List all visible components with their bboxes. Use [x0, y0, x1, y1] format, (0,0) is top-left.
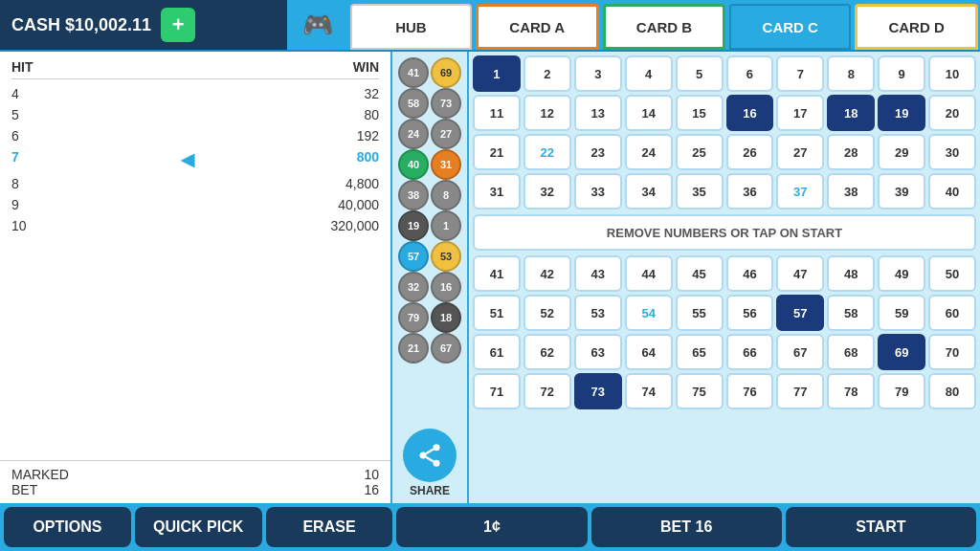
number-button[interactable]: 58 — [827, 295, 875, 331]
number-button[interactable]: 23 — [574, 134, 622, 170]
number-button[interactable]: 38 — [827, 173, 875, 209]
number-button[interactable]: 6 — [726, 55, 774, 92]
number-button[interactable]: 10 — [928, 55, 976, 92]
marked-bet: MARKED 10 BET 16 — [0, 460, 390, 503]
hit-win-table: HIT WIN 4 32 5 80 6 192 7 ◀ 800 8 4,800 … — [0, 52, 390, 460]
number-button[interactable]: 64 — [625, 334, 673, 370]
number-button[interactable]: 37 — [776, 173, 824, 209]
number-button[interactable]: 75 — [676, 373, 724, 409]
number-button[interactable]: 14 — [625, 95, 673, 131]
number-button[interactable]: 73 — [574, 373, 622, 409]
number-button[interactable]: 20 — [928, 95, 976, 131]
number-button[interactable]: 54 — [625, 295, 673, 331]
number-button[interactable]: 40 — [928, 173, 976, 209]
number-button[interactable]: 77 — [776, 373, 824, 409]
number-button[interactable]: 26 — [726, 134, 774, 170]
number-button[interactable]: 11 — [473, 95, 521, 131]
tab-hub[interactable]: HUB — [350, 4, 472, 50]
number-button[interactable]: 59 — [878, 295, 925, 331]
number-button[interactable]: 74 — [625, 373, 673, 409]
number-button[interactable]: 60 — [928, 295, 976, 331]
number-button[interactable]: 46 — [726, 255, 774, 292]
cash-plus-button[interactable]: + — [161, 8, 195, 42]
number-button[interactable]: 62 — [523, 334, 571, 370]
hit-win-row: 10 320,000 — [11, 215, 379, 236]
number-button[interactable]: 16 — [726, 95, 774, 131]
number-button[interactable]: 48 — [827, 255, 875, 292]
number-button[interactable]: 66 — [726, 334, 774, 370]
number-button[interactable]: 50 — [928, 255, 976, 292]
number-button[interactable]: 49 — [878, 255, 925, 292]
number-button[interactable]: 12 — [523, 95, 571, 131]
bet-button[interactable]: BET 16 — [591, 507, 782, 547]
number-button[interactable]: 76 — [726, 373, 774, 409]
number-button[interactable]: 69 — [878, 334, 925, 370]
number-button[interactable]: 78 — [827, 373, 875, 409]
number-button[interactable]: 21 — [473, 134, 521, 170]
number-button[interactable]: 29 — [878, 134, 925, 170]
start-button[interactable]: START — [786, 507, 976, 547]
gamepad-button[interactable]: 🎮 — [287, 0, 348, 50]
number-button[interactable]: 70 — [928, 334, 976, 370]
number-button[interactable]: 41 — [473, 255, 521, 292]
number-button[interactable]: 79 — [878, 373, 925, 409]
number-button[interactable]: 30 — [928, 134, 976, 170]
number-button[interactable]: 44 — [625, 255, 673, 292]
number-button[interactable]: 51 — [473, 295, 521, 331]
number-button[interactable]: 71 — [473, 373, 521, 409]
number-button[interactable]: 1 — [473, 55, 521, 92]
number-button[interactable]: 25 — [676, 134, 724, 170]
number-button[interactable]: 57 — [776, 295, 824, 331]
number-button[interactable]: 56 — [726, 295, 774, 331]
number-button[interactable]: 22 — [523, 134, 571, 170]
number-button[interactable]: 67 — [776, 334, 824, 370]
number-button[interactable]: 68 — [827, 334, 875, 370]
number-button[interactable]: 39 — [878, 173, 925, 209]
number-button[interactable]: 53 — [574, 295, 622, 331]
number-button[interactable]: 55 — [676, 295, 724, 331]
hit-value: 10 — [11, 218, 27, 233]
win-value: 40,000 — [338, 197, 379, 212]
number-button[interactable]: 4 — [625, 55, 673, 92]
number-button[interactable]: 43 — [574, 255, 622, 292]
tab-card-d[interactable]: CARD D — [855, 4, 978, 50]
number-button[interactable]: 72 — [523, 373, 571, 409]
tab-card-c[interactable]: CARD C — [729, 4, 851, 50]
tab-card-a[interactable]: CARD A — [476, 4, 599, 50]
number-button[interactable]: 18 — [827, 95, 875, 131]
number-button[interactable]: 32 — [523, 173, 571, 209]
number-button[interactable]: 80 — [928, 373, 976, 409]
number-button[interactable]: 35 — [676, 173, 724, 209]
number-button[interactable]: 2 — [523, 55, 571, 92]
number-button[interactable]: 8 — [827, 55, 875, 92]
options-button[interactable]: OPTIONS — [4, 507, 131, 547]
number-button[interactable]: 17 — [776, 95, 824, 131]
number-button[interactable]: 27 — [776, 134, 824, 170]
bet-label: BET — [11, 482, 37, 497]
number-button[interactable]: 65 — [676, 334, 724, 370]
number-button[interactable]: 42 — [523, 255, 571, 292]
number-button[interactable]: 33 — [574, 173, 622, 209]
number-button[interactable]: 31 — [473, 173, 521, 209]
number-button[interactable]: 34 — [625, 173, 673, 209]
number-button[interactable]: 15 — [676, 95, 724, 131]
number-button[interactable]: 47 — [776, 255, 824, 292]
number-button[interactable]: 24 — [625, 134, 673, 170]
cent-button[interactable]: 1¢ — [396, 507, 587, 547]
erase-button[interactable]: ERASE — [266, 507, 393, 547]
number-button[interactable]: 3 — [574, 55, 622, 92]
number-button[interactable]: 5 — [676, 55, 724, 92]
number-button[interactable]: 63 — [574, 334, 622, 370]
tab-card-b[interactable]: CARD B — [603, 4, 726, 50]
number-button[interactable]: 13 — [574, 95, 622, 131]
share-button[interactable] — [403, 429, 457, 482]
number-button[interactable]: 7 — [776, 55, 824, 92]
number-button[interactable]: 9 — [878, 55, 925, 92]
number-button[interactable]: 61 — [473, 334, 521, 370]
number-button[interactable]: 36 — [726, 173, 774, 209]
number-button[interactable]: 28 — [827, 134, 875, 170]
number-button[interactable]: 52 — [523, 295, 571, 331]
quick-pick-button[interactable]: QUICK PICK — [135, 507, 262, 547]
number-button[interactable]: 45 — [676, 255, 724, 292]
number-button[interactable]: 19 — [878, 95, 925, 131]
